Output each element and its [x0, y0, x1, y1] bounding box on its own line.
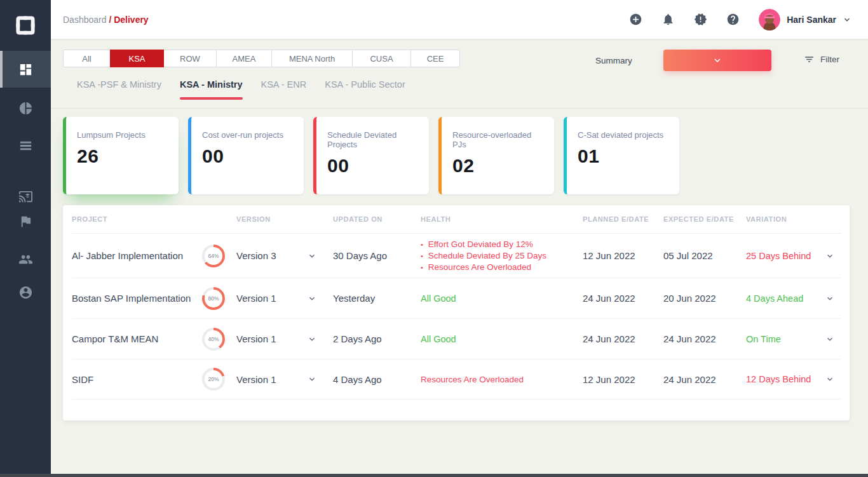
- filter-icon: [804, 54, 815, 65]
- region-tab-row[interactable]: ROW: [163, 50, 217, 67]
- column-header-updated-on: UPDATED ON: [333, 215, 421, 223]
- list-icon: [18, 138, 33, 153]
- planned-edate: 24 Jun 2022: [583, 293, 663, 304]
- sidebar-item-list[interactable]: [0, 130, 51, 161]
- expand-row-icon[interactable]: [819, 375, 841, 384]
- notifications-icon[interactable]: [661, 13, 675, 26]
- stat-card-value: 01: [578, 145, 670, 167]
- chevron-down-icon: [712, 55, 722, 65]
- planned-edate: 12 Jun 2022: [583, 250, 663, 261]
- updated-on: 30 Days Ago: [333, 250, 421, 261]
- health-cell: Resources Are Overloaded: [421, 375, 583, 384]
- sidebar-item-account[interactable]: [0, 277, 51, 307]
- expand-row-icon[interactable]: [819, 294, 841, 303]
- column-header-variation: VARIATION: [746, 215, 819, 223]
- version-value: Version 1: [236, 293, 276, 304]
- variation-cell: On Time: [746, 334, 819, 344]
- stat-card-value: 00: [327, 155, 420, 177]
- stat-card-value: 00: [202, 145, 295, 167]
- sidebar-item-users[interactable]: [0, 244, 51, 274]
- filter-button[interactable]: Filter: [804, 54, 839, 65]
- region-tab-amea[interactable]: AMEA: [216, 50, 272, 67]
- subtab-ksa-psf-ministry[interactable]: KSA -PSF & Ministry: [77, 79, 161, 100]
- stat-card-label: Resource-overloaded PJs: [452, 130, 545, 149]
- breadcrumb-page: Delivery: [114, 15, 148, 25]
- table-header-row: PROJECT VERSION UPDATED ON HEALTH PLANNE…: [72, 205, 841, 233]
- variation-cell: 12 Days Behind: [746, 374, 819, 384]
- help-icon[interactable]: [726, 13, 740, 26]
- user-menu[interactable]: Hari Sankar: [759, 9, 851, 30]
- stat-cards: Lumpsum Projects 26 Cost over-run projec…: [63, 117, 679, 194]
- table-row: Al- Jabber Implementation 64% Version 3 …: [72, 233, 841, 278]
- user-name: Hari Sankar: [787, 15, 836, 25]
- sidebar-item-flag[interactable]: [0, 206, 51, 236]
- app-logo[interactable]: [0, 0, 51, 51]
- stat-card-resource-overloaded[interactable]: Resource-overloaded PJs 02: [438, 117, 554, 194]
- region-tab-cusa[interactable]: CUSA: [352, 50, 411, 67]
- planned-edate: 12 Jun 2022: [583, 374, 663, 385]
- subtab-ksa-ministry[interactable]: KSA - Ministry: [180, 79, 243, 100]
- chevron-down-icon[interactable]: [308, 294, 316, 303]
- pie-chart-icon: [18, 101, 33, 116]
- version-select[interactable]: Version 1: [236, 333, 333, 344]
- table-row: Bostan SAP Implementation 80% Version 1 …: [72, 278, 841, 318]
- version-value: Version 1: [236, 374, 276, 385]
- project-name: Al- Jabber Implementation: [72, 250, 202, 261]
- users-icon: [18, 252, 33, 267]
- variation-cell: 25 Days Behind: [746, 251, 819, 261]
- column-header-expected-edate: EXPECTED E/DATE: [663, 215, 746, 223]
- chevron-down-icon[interactable]: [308, 335, 316, 344]
- alerts-icon[interactable]: [694, 13, 707, 26]
- stat-card-label: Schedule Deviated Projects: [327, 130, 420, 149]
- expand-row-icon[interactable]: [819, 252, 841, 260]
- stat-card-schedule-deviated[interactable]: Schedule Deviated Projects 00: [313, 117, 429, 194]
- stat-card-value: 02: [452, 155, 545, 177]
- health-cell: •Effort Got Deviated By 12%•Schedule Dev…: [421, 239, 583, 273]
- section-divider: [51, 108, 868, 109]
- progress-value: 80%: [205, 290, 222, 307]
- version-select[interactable]: Version 1: [236, 374, 333, 385]
- version-value: Version 1: [236, 333, 276, 344]
- expand-row-icon[interactable]: [819, 335, 841, 344]
- region-tab-all[interactable]: All: [63, 50, 111, 67]
- sidebar-item-dashboard[interactable]: [0, 51, 51, 88]
- chevron-down-icon[interactable]: [843, 15, 851, 24]
- subtab-ksa-public-sector[interactable]: KSA - Public Sector: [325, 79, 405, 100]
- sidebar-item-analytics[interactable]: [0, 93, 51, 123]
- add-icon[interactable]: [629, 13, 642, 26]
- expected-edate: 24 Jun 2022: [663, 333, 746, 344]
- window-bottom-edge: [0, 474, 868, 477]
- dashboard-icon: [18, 62, 33, 77]
- chevron-down-icon[interactable]: [308, 252, 316, 260]
- account-icon: [18, 285, 33, 300]
- stat-card-cost-overrun[interactable]: Cost over-run projects 00: [188, 117, 304, 194]
- region-tab-ksa[interactable]: KSA: [110, 50, 164, 67]
- subtab-ksa-enr[interactable]: KSA - ENR: [261, 79, 307, 100]
- stat-card-csat-deviated[interactable]: C-Sat deviated projects 01: [564, 117, 679, 194]
- sidebar: [0, 0, 51, 477]
- version-select[interactable]: Version 3: [236, 250, 333, 261]
- filter-label: Filter: [820, 55, 839, 64]
- breadcrumb-section[interactable]: Dashboard: [63, 15, 107, 25]
- progress-ring: 64%: [202, 245, 225, 267]
- progress-ring: 80%: [202, 287, 225, 310]
- chevron-down-icon[interactable]: [308, 375, 316, 384]
- stat-card-label: Lumpsum Projects: [77, 130, 170, 140]
- top-header: Dashboard / Delivery: [51, 0, 868, 39]
- region-tab-cee[interactable]: CEE: [410, 50, 460, 67]
- region-tab-mena-north[interactable]: MENA North: [271, 50, 353, 67]
- column-header-health: HEALTH: [421, 215, 583, 223]
- progress-value: 40%: [205, 330, 222, 348]
- stat-card-lumpsum[interactable]: Lumpsum Projects 26: [63, 117, 179, 194]
- planned-edate: 24 Jun 2022: [583, 333, 663, 344]
- expected-edate: 24 Jun 2022: [663, 374, 746, 385]
- progress-value: 20%: [205, 370, 222, 388]
- stat-card-value: 26: [77, 145, 170, 167]
- flag-icon: [18, 214, 33, 229]
- summary-dropdown-button[interactable]: [663, 50, 771, 71]
- version-value: Version 3: [236, 250, 276, 261]
- version-select[interactable]: Version 1: [236, 293, 333, 304]
- variation-cell: 4 Days Ahead: [746, 293, 819, 304]
- expected-edate: 20 Jun 2022: [663, 293, 746, 304]
- updated-on: 4 Days Ago: [333, 374, 421, 385]
